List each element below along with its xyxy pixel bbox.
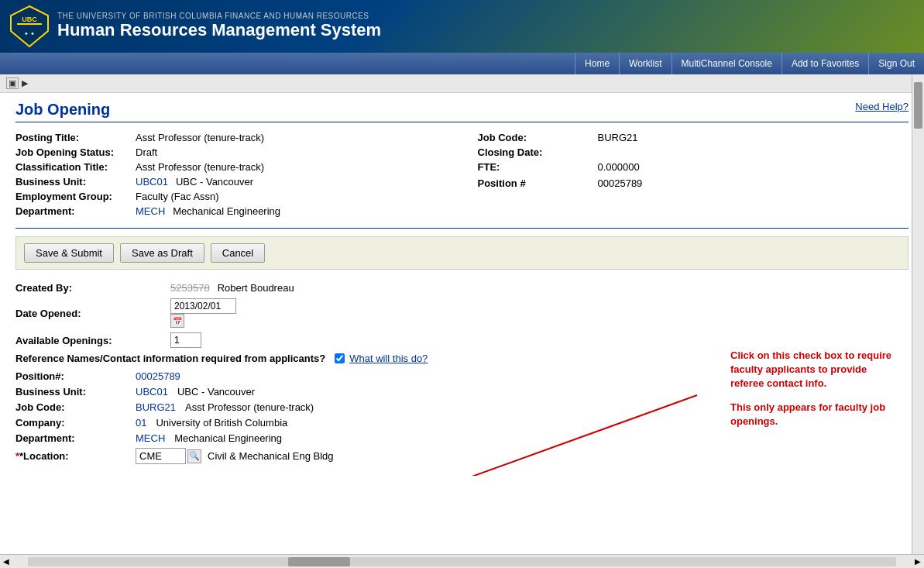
top-navigation: Home Worklist MultiChannel Console Add t…	[0, 53, 924, 74]
available-openings-input[interactable]	[170, 332, 201, 348]
business-unit-name: UBC - Vancouver	[176, 176, 253, 188]
classification-row: Classification Title: Asst Professor (te…	[15, 161, 431, 173]
date-opened-value: 📅	[170, 298, 236, 328]
nav-sign-out[interactable]: Sign Out	[868, 53, 924, 74]
date-opened-label: Date Opened:	[15, 308, 170, 319]
employment-group-value: Faculty (Fac Assn)	[136, 191, 219, 202]
lower-department-row: Department: MECH Mechanical Engineering	[15, 432, 909, 444]
top-form-section: Posting Title: Asst Professor (tenure-tr…	[15, 132, 909, 220]
date-opened-row: Date Opened: 📅	[15, 298, 909, 328]
department-code: MECH	[136, 205, 165, 217]
lower-company-code: 01	[136, 417, 146, 429]
created-by-row: Created By: 5253578 Robert Boudreau	[15, 282, 909, 294]
posting-title-row: Posting Title: Asst Professor (tenure-tr…	[15, 132, 431, 143]
business-unit-code: UBC01	[136, 176, 168, 188]
employment-group-label: Employment Group:	[15, 191, 136, 202]
right-scrollbar[interactable]	[912, 74, 924, 476]
lower-department-name: Mechanical Engineering	[174, 432, 282, 444]
svg-rect-2	[17, 23, 42, 25]
posting-title-value: Asst Professor (tenure-track)	[136, 132, 264, 143]
nav-worklist[interactable]: Worklist	[619, 53, 671, 74]
nav-add-to-favorites[interactable]: Add to Favorites	[781, 53, 868, 74]
business-unit-label: Business Unit:	[15, 176, 136, 188]
lower-department-code: MECH	[136, 432, 165, 444]
save-submit-button[interactable]: Save & Submit	[24, 243, 114, 263]
department-row: Department: MECH Mechanical Engineering	[15, 205, 431, 217]
job-code-label: Job Code:	[478, 132, 598, 143]
position-value: 00025789	[598, 177, 643, 189]
classification-value: Asst Professor (tenure-track)	[136, 161, 264, 173]
position-label: Position #	[478, 177, 598, 189]
page-header: UBC ✦ ✦ THE UNIVERSITY OF BRITISH COLUMB…	[0, 0, 924, 53]
fte-label: FTE:	[478, 161, 598, 173]
location-plain-value: Civil & Mechanical Eng Bldg	[208, 450, 334, 462]
breadcrumb-arrow: ▶	[22, 78, 28, 88]
posting-title-label: Posting Title:	[15, 132, 136, 143]
main-content: Job Opening Need Help? Posting Title: As…	[0, 93, 924, 476]
sub-header-bar: ▣ ▶	[0, 74, 924, 93]
department-label: Department:	[15, 205, 136, 217]
lower-job-code-label: Job Code:	[15, 401, 136, 413]
what-will-this-do-link[interactable]: What will this do?	[349, 353, 428, 364]
lower-position-label: Position#:	[15, 370, 136, 382]
status-value: Draft	[136, 146, 157, 158]
header-top-line: THE UNIVERSITY OF BRITISH COLUMBIA FINAN…	[57, 12, 381, 20]
location-label: **Location:	[15, 450, 136, 462]
job-code-value: BURG21	[598, 132, 638, 143]
nav-home[interactable]: Home	[575, 53, 619, 74]
lower-business-unit-code: UBC01	[136, 386, 168, 398]
lower-company-label: Company:	[15, 417, 136, 429]
job-code-row: Job Code: BURG21	[478, 132, 909, 143]
classification-label: Classification Title:	[15, 161, 136, 173]
nav-multichannel[interactable]: MultiChannel Console	[672, 53, 781, 74]
location-search-icon[interactable]: 🔍	[187, 449, 201, 463]
svg-text:UBC: UBC	[22, 15, 37, 23]
need-help-link[interactable]: Need Help?	[855, 101, 909, 112]
lower-company-row: Company: 01 University of British Columb…	[15, 417, 909, 429]
details-section: Created By: 5253578 Robert Boudreau Date…	[15, 282, 909, 364]
location-input[interactable]	[136, 448, 186, 464]
right-column: Job Code: BURG21 Closing Date: FTE: 0.00…	[462, 132, 909, 220]
date-opened-input[interactable]	[170, 298, 236, 314]
lower-business-unit-row: Business Unit: UBC01 UBC - Vancouver	[15, 386, 909, 398]
logo-area: UBC ✦ ✦ THE UNIVERSITY OF BRITISH COLUMB…	[9, 5, 381, 48]
status-row: Job Opening Status: Draft	[15, 146, 431, 158]
closing-date-row: Closing Date:	[478, 146, 909, 158]
lower-position-value: 00025789	[136, 370, 180, 382]
reference-checkbox[interactable]	[335, 353, 345, 363]
page-title-row: Job Opening Need Help?	[15, 101, 909, 122]
ubc-shield-icon: UBC ✦ ✦	[9, 5, 50, 48]
left-column: Posting Title: Asst Professor (tenure-tr…	[15, 132, 462, 220]
position-row: Position # 00025789	[478, 177, 909, 189]
right-scrollbar-thumb[interactable]	[914, 82, 922, 129]
closing-date-label: Closing Date:	[478, 146, 598, 158]
created-by-name: Robert Boudreau	[218, 282, 294, 294]
location-row: **Location: 🔍 Civil & Mechanical Eng Bld…	[15, 448, 909, 464]
header-text-block: THE UNIVERSITY OF BRITISH COLUMBIA FINAN…	[57, 12, 381, 40]
header-main-title: Human Resources Management System	[57, 20, 381, 40]
reference-label: Reference Names/Contact information requ…	[15, 353, 325, 364]
cancel-button[interactable]: Cancel	[211, 243, 265, 263]
lower-job-code-value: BURG21	[136, 401, 176, 413]
lower-department-label: Department:	[15, 432, 136, 444]
business-unit-row: Business Unit: UBC01 UBC - Vancouver	[15, 176, 431, 188]
fte-row: FTE: 0.000000	[478, 161, 909, 173]
reference-checkbox-row: Reference Names/Contact information requ…	[15, 353, 909, 364]
created-by-label: Created By:	[15, 282, 170, 294]
calendar-icon[interactable]: 📅	[170, 314, 184, 328]
expand-icon[interactable]: ▣	[6, 77, 19, 89]
lower-position-row: Position#: 00025789	[15, 370, 909, 382]
save-draft-button[interactable]: Save as Draft	[120, 243, 204, 263]
lower-company-name: University of British Columbia	[156, 417, 287, 429]
svg-text:✦ ✦: ✦ ✦	[24, 31, 35, 36]
lower-job-code-row: Job Code: BURG21 Asst Professor (tenure-…	[15, 401, 909, 413]
button-bar: Save & Submit Save as Draft Cancel	[15, 236, 909, 270]
page-title: Job Opening	[15, 101, 110, 119]
fte-value: 0.000000	[598, 161, 640, 173]
status-label: Job Opening Status:	[15, 146, 136, 158]
created-by-id: 5253578	[170, 282, 210, 294]
lower-job-code-plain: Asst Professor (tenure-track)	[185, 401, 314, 413]
section-divider	[15, 228, 909, 229]
department-name: Mechanical Engineering	[173, 205, 280, 217]
svg-marker-0	[11, 6, 48, 46]
